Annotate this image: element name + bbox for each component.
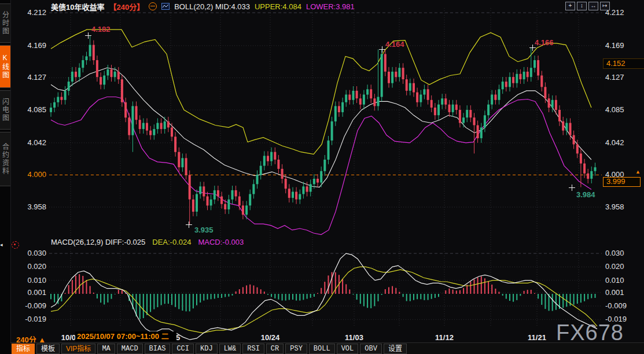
jump-latest-icon[interactable]: ↦ <box>600 2 610 10</box>
chart-header: 美债10年收益率 【240分】 BOLL(20,2) MID:4.033 UPP… <box>51 1 355 12</box>
chart-tool-icons: +↕↔↦ <box>565 2 610 10</box>
crosshair-marker-icon <box>529 45 536 51</box>
macd-label-right: 0.001 <box>605 288 624 297</box>
last-price-marker: 3.999 <box>603 177 641 187</box>
watermark-logo: FX678 <box>556 320 624 345</box>
tab-cr[interactable]: CR <box>266 344 284 354</box>
boll-lower-readout: LOWER:3.981 <box>306 2 355 11</box>
tab-cci[interactable]: CCI <box>172 344 194 354</box>
price-label-right: 4.042 <box>605 138 624 147</box>
tab-macd[interactable]: MACD <box>117 344 143 354</box>
crosshair-marker-icon <box>85 32 91 39</box>
macd-label-right: 0.010 <box>605 276 624 285</box>
price-annotation: 3.984 <box>576 190 595 199</box>
macd-label-right: -0.009 <box>605 301 627 310</box>
chart-type-icon[interactable] <box>161 3 170 10</box>
tab-rsi[interactable]: RSI <box>242 344 264 354</box>
pan-icon[interactable]: + <box>565 2 575 10</box>
price-line-anchor-icon[interactable]: ▲ <box>635 169 641 175</box>
sidebar-item-0[interactable]: 分时图 <box>0 3 10 43</box>
date-label: 11/03 <box>345 333 363 342</box>
sidebar-item-1[interactable]: K线图 <box>0 45 10 88</box>
collapse-indicator-icon[interactable] <box>149 2 157 10</box>
price-annotation: 3.935 <box>194 226 214 234</box>
macd-diff-readout: MACD(26,12,9) DIFF:-0.025 <box>51 238 145 246</box>
price-annotation: 4.164 <box>385 40 404 49</box>
tab-vol[interactable]: VOL <box>337 344 359 354</box>
macd-value-readout: MACD:-0.003 <box>198 238 244 246</box>
tab-psy[interactable]: PSY <box>285 344 307 354</box>
crosshair-marker-icon <box>379 46 385 53</box>
tab-obv[interactable]: OBV <box>360 344 382 354</box>
macd-dea-readout: DEA:-0.024 <box>152 238 191 246</box>
chart-app: 美债10年收益率 【240分】 BOLL(20,2) MID:4.033 UPP… <box>0 0 644 354</box>
tab-[interactable]: 模板 <box>36 344 60 354</box>
macd-header: MACD(26,12,9) DIFF:-0.025 DEA:-0.024 MAC… <box>51 238 244 246</box>
macd-label-right: 0.030 <box>605 249 624 257</box>
tab-bias[interactable]: BIAS <box>145 344 171 354</box>
tab-kdj[interactable]: KDJ <box>196 344 218 354</box>
tab-[interactable]: 设置 <box>384 344 407 354</box>
price-label-right: 4.169 <box>605 41 624 50</box>
boll-upper-readout: UPPER:4.084 <box>255 2 301 11</box>
price-label-right: 4.127 <box>605 73 624 82</box>
crosshair-marker-icon <box>186 222 192 228</box>
sidebar-item-3[interactable]: 合约资料 <box>0 132 10 186</box>
price-label-right: 3.958 <box>605 202 624 211</box>
tab-ma[interactable]: MA <box>97 344 115 354</box>
scale-y-icon[interactable]: ↕ <box>577 2 587 10</box>
indicator-toolbar: 指标模板VIP指标MAMACDBIASCCIKDJLW&RSICRPSYBOLL… <box>10 342 644 354</box>
date-label: 10/24 <box>261 333 280 342</box>
tab-lw[interactable]: LW& <box>219 344 241 354</box>
collapse-arrow-icon[interactable]: ◂ <box>0 242 3 248</box>
tab-boll[interactable]: BOLL <box>309 344 335 354</box>
period-tag[interactable]: 【240分】 <box>109 1 144 12</box>
settlement-price-marker: 4.152 <box>603 58 644 69</box>
bar-datetime-tooltip: 2025/10/07 07:00~11:00 二 <box>75 331 176 341</box>
date-label: 11/12 <box>435 333 454 342</box>
price-annotation: 4.166 <box>535 38 554 47</box>
crosshair-marker-icon <box>569 185 575 191</box>
live-indicator-icon <box>12 241 19 249</box>
price-label-right: 4.085 <box>605 105 624 114</box>
sidebar: 分时图K线图闪电图合约资料 <box>0 0 11 354</box>
boll-mid-readout: BOLL(20,2) MID:4.033 <box>174 2 250 11</box>
sidebar-item-2[interactable]: 闪电图 <box>0 90 10 130</box>
macd-label-right: 0.020 <box>605 262 624 271</box>
price-chart-canvas[interactable] <box>0 0 644 354</box>
tab-[interactable]: 指标 <box>12 344 35 354</box>
instrument-title: 美债10年收益率 <box>51 1 104 12</box>
tab-vip[interactable]: VIP指标 <box>61 344 95 354</box>
price-annotation: 4.182 <box>91 25 111 34</box>
scale-x-icon[interactable]: ↔ <box>588 2 598 10</box>
date-label: 11/21 <box>528 333 546 342</box>
